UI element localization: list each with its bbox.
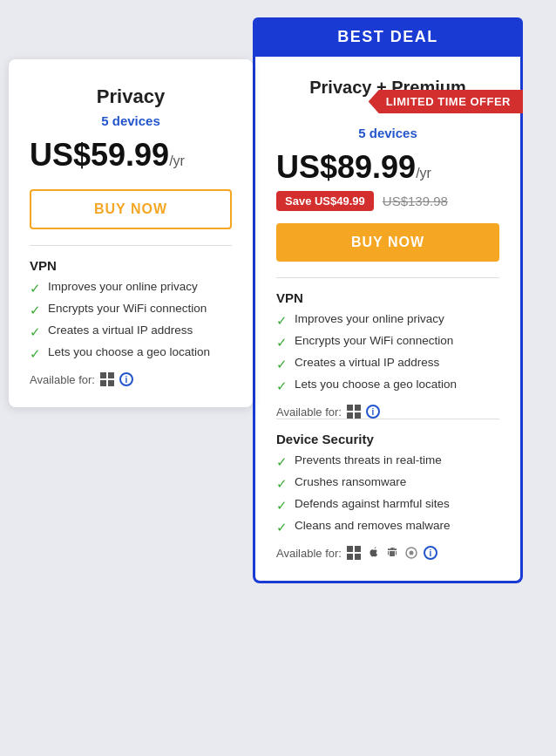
svg-rect-6 xyxy=(347,412,353,419)
check-icon: ✓ xyxy=(276,498,288,514)
list-item: ✓Cleans and removes malware xyxy=(276,519,499,535)
left-vpn-features: ✓Improves your online privacy ✓Encrypts … xyxy=(30,280,232,362)
premium-card: Privacy + Premium LIMITED TIME OFFER 5 d… xyxy=(253,57,523,583)
save-badge: Save US$49.99 xyxy=(276,191,374,211)
check-icon: ✓ xyxy=(276,313,288,329)
left-vpn-title: VPN xyxy=(30,258,232,273)
right-available-for-2: Available for: xyxy=(276,546,499,560)
list-item: ✓Creates a virtual IP address xyxy=(276,356,499,372)
svg-rect-3 xyxy=(108,380,114,386)
windows-icon xyxy=(347,405,361,419)
original-price: US$139.98 xyxy=(383,194,448,208)
check-icon: ✓ xyxy=(276,378,288,394)
privacy-card: Privacy 5 devices US$59.99/yr BUY NOW VP… xyxy=(9,59,253,407)
chrome-icon xyxy=(404,546,418,560)
list-item: ✓Lets you choose a geo location xyxy=(276,378,499,394)
left-devices: 5 devices xyxy=(30,113,232,128)
right-security-title: Device Security xyxy=(276,432,499,446)
windows-icon xyxy=(100,372,114,386)
info-icon[interactable]: i xyxy=(119,372,133,386)
right-vpn-title: VPN xyxy=(276,290,499,305)
svg-rect-11 xyxy=(355,554,361,560)
svg-rect-10 xyxy=(347,554,353,560)
check-icon: ✓ xyxy=(30,324,41,340)
divider xyxy=(276,277,499,278)
available-for-label: Available for: xyxy=(30,373,95,386)
svg-rect-7 xyxy=(355,412,361,419)
svg-rect-1 xyxy=(108,372,114,378)
apple-icon xyxy=(366,546,380,560)
limited-offer-badge: LIMITED TIME OFFER xyxy=(369,90,523,113)
best-deal-banner: BEST DEAL xyxy=(253,17,523,57)
list-item: ✓Creates a virtual IP address xyxy=(30,324,232,340)
check-icon: ✓ xyxy=(276,335,288,351)
svg-rect-4 xyxy=(347,405,353,411)
divider2 xyxy=(276,419,499,419)
divider xyxy=(30,245,232,246)
left-price: US$59.99 xyxy=(30,137,169,173)
right-security-features: ✓Prevents threats in real-time ✓Crushes … xyxy=(276,453,499,535)
premium-card-wrapper: BEST DEAL Privacy + Premium LIMITED TIME… xyxy=(253,17,523,583)
list-item: ✓Encrypts your WiFi connection xyxy=(30,302,232,318)
check-icon: ✓ xyxy=(276,357,288,372)
svg-rect-5 xyxy=(355,405,361,411)
info-icon-2[interactable]: i xyxy=(424,546,437,560)
svg-rect-0 xyxy=(100,372,106,378)
check-icon: ✓ xyxy=(30,281,41,296)
svg-rect-8 xyxy=(347,546,353,552)
check-icon: ✓ xyxy=(276,454,288,470)
svg-rect-2 xyxy=(100,380,106,386)
check-icon: ✓ xyxy=(276,476,288,492)
check-icon: ✓ xyxy=(30,303,41,318)
right-vpn-features: ✓Improves your online privacy ✓Encrypts … xyxy=(276,312,499,394)
pricing-container: Privacy 5 devices US$59.99/yr BUY NOW VP… xyxy=(9,17,547,583)
svg-point-13 xyxy=(409,551,413,555)
left-plan-title: Privacy xyxy=(30,85,232,108)
right-price-period: /yr xyxy=(416,166,431,180)
available-for-label2: Available for: xyxy=(276,547,342,560)
check-icon: ✓ xyxy=(276,520,288,535)
list-item: ✓Lets you choose a geo location xyxy=(30,345,232,362)
right-buy-button[interactable]: BUY NOW xyxy=(276,223,499,262)
available-for-label: Available for: xyxy=(276,405,342,419)
right-available-for: Available for: i xyxy=(276,405,499,419)
right-price-block: US$89.99/yr xyxy=(276,149,499,186)
android-icon xyxy=(385,546,399,560)
list-item: ✓Defends against harmful sites xyxy=(276,497,499,514)
right-price: US$89.99 xyxy=(276,149,416,185)
left-price-period: /yr xyxy=(169,153,185,168)
left-buy-button[interactable]: BUY NOW xyxy=(30,189,232,229)
left-price-block: US$59.99/yr xyxy=(30,137,232,174)
check-icon: ✓ xyxy=(30,346,41,362)
list-item: ✓Improves your online privacy xyxy=(30,280,232,296)
left-available-for: Available for: i xyxy=(30,372,232,386)
list-item: ✓Improves your online privacy xyxy=(276,312,499,329)
list-item: ✓Prevents threats in real-time xyxy=(276,453,499,470)
list-item: ✓Encrypts your WiFi connection xyxy=(276,334,499,351)
right-devices: 5 devices xyxy=(276,126,499,140)
windows-icon-2 xyxy=(347,546,361,560)
info-icon[interactable]: i xyxy=(366,405,380,419)
list-item: ✓Crushes ransomware xyxy=(276,475,499,492)
savings-row: Save US$49.99 US$139.98 xyxy=(276,191,499,211)
svg-rect-9 xyxy=(355,546,361,552)
